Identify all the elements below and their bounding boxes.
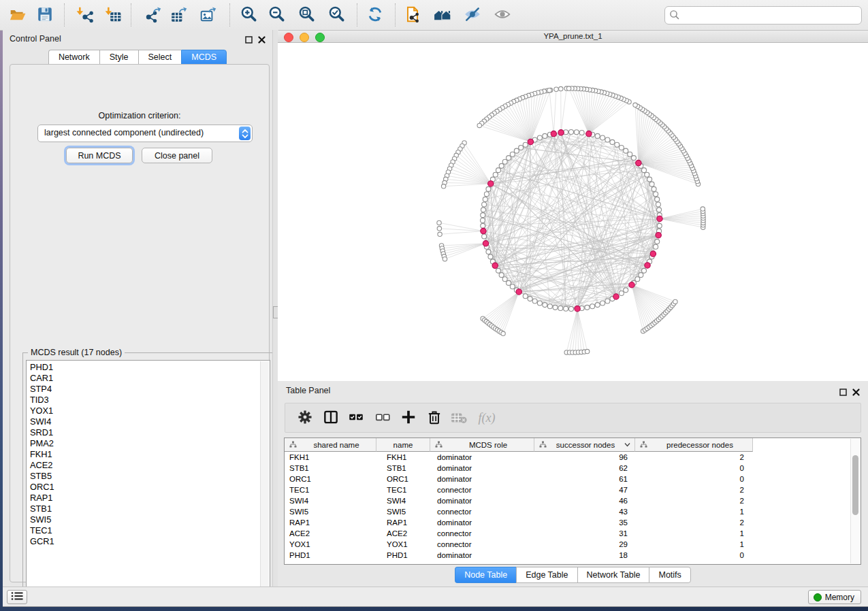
node[interactable] [532, 299, 537, 303]
add-column-button[interactable] [398, 408, 419, 427]
node[interactable] [645, 172, 649, 177]
node[interactable] [481, 223, 485, 228]
node[interactable] [499, 273, 504, 278]
close-panel-icon[interactable] [258, 34, 266, 46]
run-mcds-button[interactable]: Run MCDS [66, 148, 133, 163]
tab-select[interactable]: Select [138, 50, 182, 65]
table-row[interactable]: TEC1TEC1connector472 [285, 484, 851, 495]
node[interactable] [481, 213, 485, 218]
mcds-result-item[interactable]: STB1 [27, 503, 270, 514]
table-row[interactable]: ORC1ORC1dominator610 [285, 474, 851, 484]
import-network-button[interactable] [74, 5, 95, 24]
node[interactable] [624, 288, 628, 293]
node[interactable] [654, 244, 658, 249]
node[interactable] [543, 133, 547, 138]
node[interactable] [558, 306, 563, 311]
node[interactable] [655, 197, 660, 201]
memory-button[interactable]: Memory [808, 590, 861, 604]
export-network-button[interactable] [143, 5, 163, 24]
node[interactable] [564, 306, 568, 311]
network-canvas[interactable] [278, 43, 868, 381]
table-row[interactable]: STB1STB1dominator620 [285, 463, 851, 474]
node[interactable] [579, 130, 584, 135]
node[interactable] [481, 208, 485, 212]
node[interactable] [510, 152, 515, 156]
node[interactable] [488, 254, 493, 259]
select-all-button[interactable] [346, 408, 366, 427]
tab-node-table[interactable]: Node Table [455, 567, 516, 583]
node[interactable] [574, 130, 579, 135]
leaf-node[interactable] [477, 123, 481, 127]
leaf-node[interactable] [443, 257, 447, 261]
node[interactable] [654, 192, 658, 197]
dominator-node[interactable] [481, 228, 486, 233]
node[interactable] [610, 139, 615, 144]
leaf-node[interactable] [547, 88, 551, 92]
tab-edge-table[interactable]: Edge Table [516, 567, 577, 583]
column-header-MCDS-role[interactable]: MCDS role [430, 438, 534, 452]
leaf-node[interactable] [554, 87, 558, 91]
node[interactable] [507, 156, 511, 161]
leaf-node[interactable] [441, 184, 445, 188]
mcds-result-item[interactable]: STB5 [27, 471, 270, 482]
node[interactable] [619, 291, 624, 295]
table-row[interactable]: FKH1FKH1dominator962 [285, 452, 851, 463]
close-window-icon[interactable] [284, 33, 293, 42]
node[interactable] [486, 250, 491, 254]
column-header-name[interactable]: name [376, 438, 430, 452]
node[interactable] [537, 135, 542, 140]
node[interactable] [635, 277, 640, 282]
network-window-titlebar[interactable]: YPA_prune.txt_1 [278, 31, 868, 43]
leaf-node[interactable] [701, 207, 705, 211]
mcds-result-item[interactable]: CAR1 [27, 373, 270, 384]
hide-glyphs-button[interactable] [462, 5, 483, 24]
zoom-fit-button[interactable] [297, 5, 317, 24]
dominator-node[interactable] [656, 232, 661, 237]
close-panel-button[interactable]: Close panel [142, 148, 212, 163]
node[interactable] [605, 137, 610, 142]
node[interactable] [569, 130, 574, 135]
mcds-result-item[interactable]: TID3 [27, 395, 270, 406]
column-header-shared-name[interactable]: shared name [285, 438, 376, 452]
deselect-all-button[interactable] [372, 408, 393, 427]
node[interactable] [641, 268, 646, 273]
show-glyphs-button[interactable] [492, 5, 513, 24]
dominator-node[interactable] [575, 306, 580, 311]
float-panel-icon[interactable] [839, 386, 847, 399]
table-row[interactable]: RAP1RAP1dominator352 [285, 517, 851, 528]
mcds-result-item[interactable]: ACE2 [27, 460, 270, 471]
status-list-button[interactable] [7, 590, 27, 604]
node[interactable] [649, 182, 654, 186]
mcds-result-item[interactable]: SRD1 [27, 427, 270, 438]
node[interactable] [483, 197, 487, 201]
export-table-button[interactable] [169, 5, 189, 24]
node[interactable] [523, 294, 528, 299]
mcds-result-item[interactable]: STP4 [27, 384, 270, 395]
node[interactable] [657, 223, 662, 228]
mcds-list-scrollbar[interactable] [260, 361, 269, 599]
node[interactable] [502, 277, 507, 282]
node[interactable] [486, 186, 491, 191]
node[interactable] [628, 152, 632, 156]
tab-style[interactable]: Style [99, 50, 138, 65]
tab-network-table[interactable]: Network Table [577, 567, 649, 583]
node[interactable] [569, 307, 574, 312]
node[interactable] [543, 303, 547, 308]
node[interactable] [631, 156, 636, 161]
mcds-result-item[interactable]: FKH1 [27, 449, 270, 460]
leaf-node[interactable] [437, 220, 441, 225]
tab-network[interactable]: Network [48, 50, 99, 65]
zoom-in-button[interactable] [239, 5, 259, 24]
node[interactable] [514, 148, 519, 153]
node[interactable] [656, 202, 660, 207]
table-row[interactable]: YOX1YOX1connector291 [285, 539, 851, 550]
criterion-select[interactable]: largest connected component (undirected) [37, 125, 253, 142]
mcds-result-item[interactable]: PMA2 [27, 438, 270, 449]
leaf-node[interactable] [437, 227, 441, 231]
import-table-button[interactable] [103, 5, 123, 24]
table-row[interactable]: PHD1PHD1dominator180 [285, 550, 851, 561]
node[interactable] [590, 304, 595, 309]
table-row[interactable]: ACE2ACE2connector311 [285, 528, 851, 539]
close-panel-icon[interactable] [852, 386, 860, 399]
dominator-node[interactable] [558, 130, 564, 135]
